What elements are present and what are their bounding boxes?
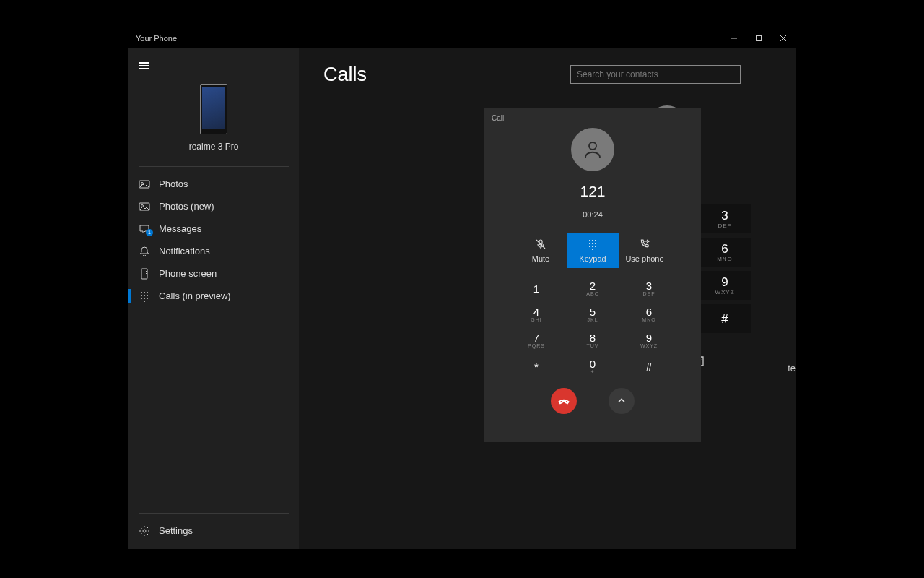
sidebar-item-label: Messages (159, 223, 201, 234)
sidebar-item-photos[interactable]: Photos (128, 173, 299, 195)
app-window: Your Phone realme 3 Pro Photos Photos (n… (128, 29, 796, 549)
svg-point-17 (147, 298, 148, 299)
keypad-key[interactable]: 9WXYZ (698, 271, 751, 300)
sidebar-item-calls[interactable]: Calls (in preview) (128, 285, 299, 307)
page-title: Calls (323, 64, 557, 86)
keypad-key[interactable]: 6MNO (698, 238, 751, 267)
sidebar-item-settings[interactable]: Settings (128, 519, 299, 542)
svg-point-25 (589, 240, 590, 241)
use-phone-button[interactable]: Use phone (619, 233, 671, 268)
device-name: realme 3 Pro (128, 142, 299, 152)
use-phone-label: Use phone (625, 254, 663, 263)
svg-point-31 (589, 246, 590, 247)
divider (139, 513, 289, 514)
svg-point-33 (595, 246, 596, 247)
svg-point-14 (147, 295, 148, 296)
dialpad-icon (139, 290, 150, 302)
call-timer: 00:24 (484, 210, 701, 219)
mic-off-icon (535, 238, 546, 251)
sidebar-item-phone-screen[interactable]: Phone screen (128, 262, 299, 285)
keypad-key[interactable]: 3DEF (698, 204, 751, 233)
keypad-key[interactable]: 8TUV (565, 327, 621, 353)
keypad-key[interactable]: 0+ (565, 353, 621, 379)
photo-icon (139, 178, 150, 190)
svg-rect-1 (757, 36, 762, 41)
phone-screen-icon (139, 268, 150, 280)
call-label: Call (484, 114, 701, 122)
svg-point-9 (141, 292, 142, 293)
call-number: 121 (484, 183, 701, 200)
svg-rect-8 (141, 269, 147, 279)
call-keypad: 12ABC3DEF4GHI5JKL6MNO7PQRS8TUV9WXYZ*0+# (484, 275, 701, 379)
mute-label: Mute (532, 254, 549, 263)
sidebar-item-photos-new[interactable]: Photos (new) (128, 195, 299, 217)
photo-icon (139, 201, 150, 212)
svg-point-30 (595, 243, 596, 244)
sidebar: realme 3 Pro Photos Photos (new) 1 Messa… (128, 48, 299, 549)
keypad-key[interactable]: # (621, 353, 677, 379)
svg-point-18 (144, 301, 145, 302)
minimize-button[interactable] (722, 29, 746, 48)
sidebar-item-label: Phone screen (159, 268, 217, 279)
svg-point-16 (144, 298, 145, 299)
keypad-key[interactable]: 2ABC (565, 275, 621, 301)
sidebar-item-label: Photos (159, 178, 188, 189)
main-content: Calls te 121 12ABC3DEF4GHI5JKL6MNO7PQRS8… (299, 48, 796, 549)
svg-point-10 (144, 292, 145, 293)
keypad-key[interactable]: 5JKL (565, 301, 621, 327)
keypad-key[interactable]: 9WXYZ (621, 327, 677, 353)
badge: 1 (146, 229, 153, 236)
svg-point-26 (592, 240, 593, 241)
sidebar-item-notifications[interactable]: Notifications (128, 240, 299, 262)
search-input[interactable] (570, 65, 741, 84)
divider (139, 166, 289, 167)
keypad-key[interactable]: # (698, 304, 751, 333)
titlebar: Your Phone (128, 29, 796, 48)
sidebar-item-label: Calls (in preview) (159, 290, 231, 301)
svg-point-23 (589, 142, 596, 150)
svg-point-15 (141, 298, 142, 299)
maximize-button[interactable] (746, 29, 771, 48)
collapse-button[interactable] (609, 388, 635, 414)
svg-point-34 (592, 249, 593, 250)
contact-avatar (571, 128, 614, 171)
keypad-key[interactable]: * (508, 353, 565, 379)
svg-point-27 (595, 240, 596, 241)
gear-icon (139, 525, 150, 537)
keypad-key[interactable]: 3DEF (621, 275, 677, 301)
sidebar-item-label: Photos (new) (159, 201, 214, 212)
keypad-key[interactable]: 7PQRS (508, 327, 565, 353)
svg-point-32 (592, 246, 593, 247)
stray-text: te (788, 363, 796, 374)
device-header: realme 3 Pro (128, 77, 299, 162)
sidebar-item-label: Notifications (159, 246, 210, 256)
keypad-key[interactable]: 4GHI (508, 301, 565, 327)
svg-point-29 (592, 243, 593, 244)
svg-point-19 (143, 530, 146, 532)
device-image-icon (200, 84, 227, 134)
dialpad-icon (587, 238, 598, 251)
phone-transfer-icon (639, 238, 650, 251)
mute-button[interactable]: Mute (515, 233, 567, 268)
keypad-button[interactable]: Keypad (567, 233, 619, 268)
sidebar-item-label: Settings (159, 525, 193, 536)
hamburger-icon[interactable] (131, 55, 157, 77)
svg-point-12 (141, 295, 142, 296)
bell-icon (139, 246, 150, 257)
keypad-label: Keypad (579, 254, 606, 263)
hangup-button[interactable] (551, 388, 577, 414)
close-button[interactable] (771, 29, 796, 48)
window-title: Your Phone (136, 34, 177, 43)
sidebar-item-messages[interactable]: 1 Messages (128, 217, 299, 240)
keypad-key[interactable]: 1 (508, 275, 565, 301)
svg-point-11 (147, 292, 148, 293)
active-call-card: Call 121 00:24 Mute Keypad (484, 108, 701, 442)
svg-point-13 (144, 295, 145, 296)
svg-point-28 (589, 243, 590, 244)
keypad-key[interactable]: 6MNO (621, 301, 677, 327)
